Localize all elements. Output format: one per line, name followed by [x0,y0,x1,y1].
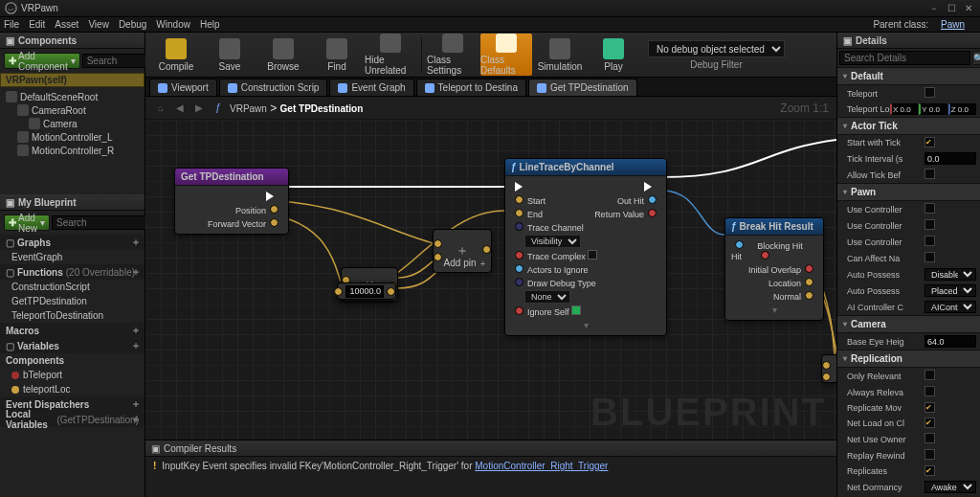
pin-out[interactable] [805,291,813,300]
pin-hit[interactable] [735,240,744,249]
add-icon[interactable]: ＋ [131,413,141,426]
category-pawn[interactable]: Pawn [837,183,980,201]
close-button[interactable]: ✕ [961,2,976,15]
trace-channel-select[interactable]: Visibility [524,235,581,248]
pin-outhit[interactable] [648,195,657,204]
list-item[interactable]: EventGraph [0,250,145,264]
menu-file[interactable]: File [4,19,19,30]
vec-x[interactable]: X 0.0 [890,103,918,115]
checkbox[interactable] [924,433,935,443]
pin-out[interactable] [805,278,813,286]
add-icon[interactable]: ＋ [131,236,141,249]
checkbox[interactable] [924,137,935,147]
node-float-literal[interactable] [337,282,396,300]
debug-type-select[interactable]: None [524,290,570,304]
pin-forward[interactable] [270,218,278,227]
checkbox[interactable] [924,449,935,460]
tree-item[interactable]: CameraRoot [2,103,143,117]
save-button[interactable]: Save [204,34,256,76]
checkbox[interactable] [924,236,935,246]
list-item[interactable]: teleportLoc [0,382,145,396]
select[interactable]: Placed in World [924,284,976,297]
checkbox[interactable] [924,370,935,380]
list-item[interactable]: ConstructionScript [0,280,145,294]
select[interactable]: AIControll [924,301,976,313]
pin-start[interactable] [515,195,523,204]
checkbox[interactable] [924,465,935,476]
exec-in-pin[interactable] [515,182,527,192]
checkbox[interactable] [924,402,935,413]
self-component[interactable]: VRPawn(self) [0,73,145,87]
menu-asset[interactable]: Asset [55,19,78,30]
add-icon[interactable]: ＋ [131,397,141,411]
node-linetrace[interactable]: ƒLineTraceByChannel StartOut Hit EndRetu… [504,158,667,336]
category-replication[interactable]: Replication [837,350,980,368]
number-input[interactable] [924,152,976,165]
section-variables[interactable]: ▢Variables＋ [0,338,145,353]
pin-complex[interactable] [515,251,523,260]
pin-end[interactable] [515,209,523,217]
pin-out[interactable] [482,245,491,254]
browse-button[interactable]: Browse [257,34,309,76]
add-icon[interactable]: ＋ [131,339,141,352]
graph-canvas[interactable]: Get TPDestination Position Forward Vecto… [145,120,836,440]
checkbox[interactable] [924,203,935,214]
category-camera[interactable]: Camera [837,315,980,333]
node-breakhit[interactable]: ƒBreak Hit Result HitBlocking Hit Initia… [724,217,824,321]
pin-in[interactable] [334,287,343,296]
checkbox[interactable] [924,386,935,396]
menu-help[interactable]: Help [200,19,220,30]
add-pin-button[interactable]: Add pin ＋ [444,258,487,270]
vec-y[interactable]: Y 0.0 [919,103,947,115]
section-locals[interactable]: Local Variables(GetTPDestination)＋ [0,412,145,427]
tree-item[interactable]: MotionController_L [2,130,143,144]
tab-gettp[interactable]: Get TPDestination [528,79,637,96]
node-function-entry[interactable]: Get TPDestination Position Forward Vecto… [174,168,289,235]
checkbox[interactable] [924,169,935,179]
section-graphs[interactable]: ▢Graphs＋ [0,235,145,250]
add-icon[interactable]: ＋ [131,324,141,337]
add-component-button[interactable]: ✚Add Component▾ [4,53,80,69]
node-partial[interactable] [821,354,836,383]
tab-viewport[interactable]: Viewport [149,79,217,96]
checkbox[interactable] [924,252,935,262]
add-new-button[interactable]: ✚Add New▾ [4,215,50,231]
pin-actors[interactable] [515,264,523,273]
exec-out-pin[interactable] [266,192,278,201]
pin-in[interactable] [822,373,831,381]
simulation-button[interactable]: Simulation [534,34,586,76]
category-default[interactable]: Default [837,67,980,85]
expand-icon[interactable]: ▾ [584,320,589,330]
pin-ignoreself[interactable] [515,306,523,315]
class-defaults-button[interactable]: Class Defaults [480,34,532,76]
tab-eventgraph[interactable]: Event Graph [329,79,413,96]
class-settings-button[interactable]: Class Settings [427,34,479,76]
checkbox[interactable] [924,87,935,98]
tab-teleport[interactable]: Teleport to Destina [416,79,526,96]
pin-in[interactable] [434,239,442,248]
pin-out[interactable] [761,251,769,260]
tree-item[interactable]: DefaultSceneRoot [2,90,143,103]
play-button[interactable]: Play [588,34,639,76]
compiler-link[interactable]: MotionController_Right_Trigger [475,461,608,471]
pin-channel[interactable] [515,222,523,231]
pin-out[interactable] [387,287,395,296]
category-actor-tick[interactable]: Actor Tick [837,117,980,135]
home-icon[interactable]: ⌂ [153,101,168,116]
pin-return[interactable] [648,209,657,217]
section-functions[interactable]: ▢Functions(20 Overridable)＋ [0,264,145,280]
list-item[interactable]: TeleportToDestination [0,308,145,323]
exec-out-pin[interactable] [644,182,657,192]
compile-button[interactable]: Compile [150,34,202,76]
select[interactable]: Awake [924,481,976,493]
details-search[interactable] [839,51,970,65]
pin-in[interactable] [434,253,442,261]
nav-back-icon[interactable]: ◀ [172,101,188,116]
checkbox[interactable] [924,219,935,230]
float-input[interactable] [345,285,384,298]
menu-debug[interactable]: Debug [119,19,146,30]
parent-class-link[interactable]: Pawn [941,19,965,30]
tab-construction[interactable]: Construction Scrip [219,79,328,96]
tree-item[interactable]: Camera [2,117,143,130]
debug-object-select[interactable]: No debug object selected [648,40,785,57]
